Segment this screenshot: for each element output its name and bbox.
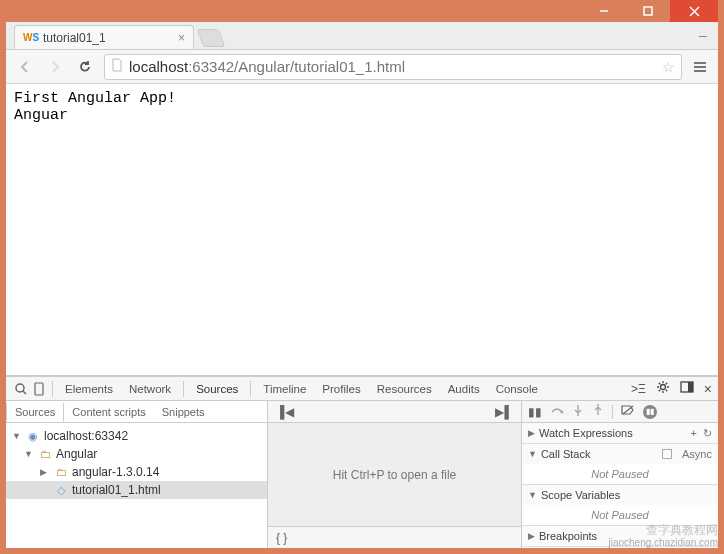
editor-prev-icon[interactable]: ▐◀: [276, 405, 294, 419]
callstack-body: Not Paused: [522, 464, 718, 484]
tree-host[interactable]: ▼◉localhost:63342: [6, 427, 267, 445]
dock-icon[interactable]: [680, 381, 694, 396]
svg-rect-1: [644, 7, 652, 15]
async-checkbox[interactable]: [662, 449, 672, 459]
reload-button[interactable]: [74, 56, 96, 78]
svg-line-18: [659, 390, 660, 391]
svg-point-10: [660, 385, 665, 390]
svg-line-16: [666, 390, 667, 391]
sidebar-tab-snippets[interactable]: Snippets: [154, 403, 213, 421]
step-out-icon[interactable]: [592, 404, 604, 419]
sidebar-tab-content-scripts[interactable]: Content scripts: [64, 403, 153, 421]
sources-sidebar-tabs: Sources Content scripts Snippets: [6, 401, 267, 423]
browser-tab[interactable]: WS tutorial01_1 ×: [14, 25, 194, 49]
window-chevron-icon[interactable]: –: [694, 28, 712, 42]
callstack-section: ▼Call StackAsync Not Paused: [522, 444, 718, 485]
scope-header[interactable]: ▼Scope Variables: [522, 485, 718, 505]
tree-folder-angular-lib[interactable]: ▶🗀angular-1.3.0.14: [6, 463, 267, 481]
url-input[interactable]: localhost:63342/Angular/tutorial01_1.htm…: [104, 54, 682, 80]
tree-file-tutorial[interactable]: ◇tutorial01_1.html: [6, 481, 267, 499]
tab-favicon: WS: [23, 31, 37, 45]
svg-point-25: [597, 404, 599, 406]
file-icon: ◇: [54, 484, 68, 497]
devtools-body: Sources Content scripts Snippets ▼◉local…: [6, 401, 718, 548]
tab-elements[interactable]: Elements: [57, 379, 121, 399]
page-content: First Angular App! Anguar: [6, 84, 718, 375]
add-watch-icon[interactable]: +: [691, 427, 697, 439]
refresh-watch-icon[interactable]: ↻: [703, 427, 712, 440]
tree-folder-angular[interactable]: ▼🗀Angular: [6, 445, 267, 463]
step-into-icon[interactable]: [572, 404, 584, 419]
url-path: /Angular/tutorial01_1.html: [234, 58, 405, 75]
watch-header[interactable]: ▶Watch Expressions+↻: [522, 423, 718, 443]
forward-button[interactable]: [44, 56, 66, 78]
file-tree: ▼◉localhost:63342 ▼🗀Angular ▶🗀angular-1.…: [6, 423, 267, 503]
tab-title: tutorial01_1: [43, 31, 106, 45]
address-bar: localhost:63342/Angular/tutorial01_1.htm…: [6, 50, 718, 84]
svg-rect-9: [35, 383, 43, 395]
editor-top-bar: ▐◀ ▶▌: [268, 401, 521, 423]
editor-hint: Hit Ctrl+P to open a file: [268, 423, 521, 526]
callstack-header[interactable]: ▼Call StackAsync: [522, 444, 718, 464]
svg-line-8: [23, 391, 26, 394]
menu-button[interactable]: [690, 57, 710, 77]
tab-audits[interactable]: Audits: [440, 379, 488, 399]
devtools-close-icon[interactable]: ×: [704, 381, 712, 397]
sources-sidebar: Sources Content scripts Snippets ▼◉local…: [6, 401, 268, 548]
folder-icon: 🗀: [38, 448, 52, 460]
devtools: Elements Network Sources Timeline Profil…: [6, 375, 718, 548]
globe-icon: ◉: [26, 430, 40, 443]
tab-timeline[interactable]: Timeline: [255, 379, 314, 399]
editor-next-icon[interactable]: ▶▌: [495, 405, 513, 419]
tab-profiles[interactable]: Profiles: [314, 379, 368, 399]
url-host: localhost: [129, 58, 188, 75]
bookmark-star-icon[interactable]: ☆: [662, 59, 675, 75]
sidebar-tab-sources[interactable]: Sources: [6, 403, 64, 422]
svg-point-7: [16, 384, 24, 392]
svg-point-21: [561, 411, 564, 414]
tab-console[interactable]: Console: [488, 379, 546, 399]
page-icon: [111, 58, 123, 75]
watch-section: ▶Watch Expressions+↻: [522, 423, 718, 444]
step-over-icon[interactable]: [550, 404, 564, 419]
drawer-toggle-icon[interactable]: >Ξ: [631, 382, 646, 396]
svg-rect-20: [688, 382, 693, 392]
scope-body: Not Paused: [522, 505, 718, 525]
debugger-toolbar: ▮▮ ▮▮: [522, 401, 718, 423]
svg-point-23: [577, 414, 579, 416]
browser-window: WS tutorial01_1 × – localhost:63342/Angu…: [6, 0, 718, 548]
settings-gear-icon[interactable]: [656, 380, 670, 397]
tab-close-icon[interactable]: ×: [178, 31, 185, 45]
inspect-icon[interactable]: [12, 382, 30, 396]
breakpoints-section: ▶Breakpoints: [522, 526, 718, 547]
scope-section: ▼Scope Variables Not Paused: [522, 485, 718, 526]
svg-line-17: [666, 383, 667, 384]
minimize-button[interactable]: [582, 0, 626, 22]
os-titlebar: [6, 0, 718, 22]
devtools-tabs: Elements Network Sources Timeline Profil…: [57, 379, 546, 399]
deactivate-breakpoints-icon[interactable]: [621, 404, 635, 419]
new-tab-button[interactable]: [197, 29, 226, 47]
close-button[interactable]: [670, 0, 718, 22]
maximize-button[interactable]: [626, 0, 670, 22]
tab-resources[interactable]: Resources: [369, 379, 440, 399]
debugger-sidebar: ▮▮ ▮▮ ▶Watch Expressions+↻ ▼Call StackAs…: [522, 401, 718, 548]
breakpoints-header[interactable]: ▶Breakpoints: [522, 526, 718, 546]
device-icon[interactable]: [30, 382, 48, 396]
tab-network[interactable]: Network: [121, 379, 179, 399]
folder-icon: 🗀: [54, 466, 68, 478]
devtools-toolbar: Elements Network Sources Timeline Profil…: [6, 377, 718, 401]
pause-on-exceptions-icon[interactable]: ▮▮: [643, 405, 657, 419]
svg-line-15: [659, 383, 660, 384]
back-button[interactable]: [14, 56, 36, 78]
format-braces-icon[interactable]: { }: [276, 531, 287, 545]
tab-strip: WS tutorial01_1 × –: [6, 22, 718, 50]
editor-bottom-bar: { }: [268, 526, 521, 548]
pause-icon[interactable]: ▮▮: [528, 405, 542, 419]
sources-editor: ▐◀ ▶▌ Hit Ctrl+P to open a file { }: [268, 401, 522, 548]
tab-sources[interactable]: Sources: [188, 379, 246, 399]
url-port: :63342: [188, 58, 234, 75]
